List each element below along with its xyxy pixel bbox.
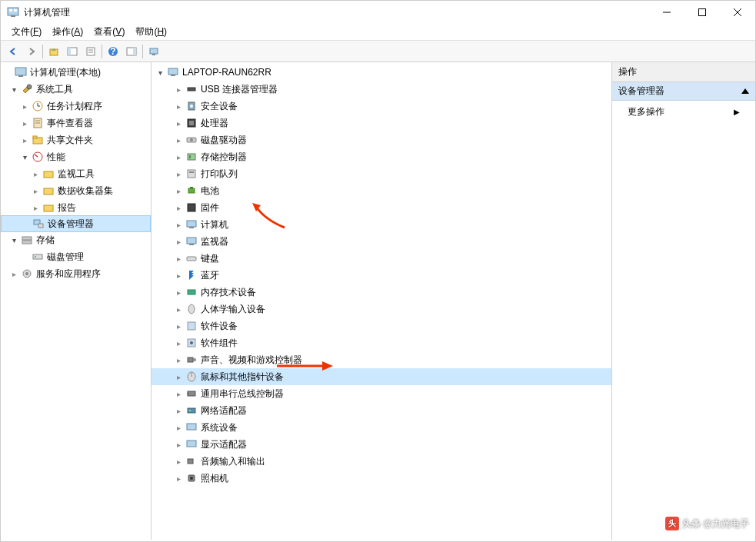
up-button[interactable] [45, 43, 63, 60]
show-hide-tree-button[interactable] [63, 43, 82, 60]
folder-icon [42, 168, 55, 180]
device-category[interactable]: 存储控制器 [152, 148, 611, 165]
expand-arrow-icon[interactable] [173, 202, 184, 213]
device-category[interactable]: 人体学输入设备 [152, 301, 611, 318]
tree-device-manager[interactable]: 设备管理器 [1, 215, 151, 232]
actions-section-title[interactable]: 设备管理器 [612, 82, 755, 101]
expand-arrow-icon[interactable] [173, 287, 184, 298]
tree-task-scheduler[interactable]: 任务计划程序 [1, 98, 151, 115]
device-category[interactable]: 蓝牙 [152, 267, 611, 284]
expand-arrow-icon[interactable] [173, 456, 184, 467]
expand-arrow-icon[interactable] [173, 168, 184, 179]
device-category[interactable]: 内存技术设备 [152, 284, 611, 301]
menu-file[interactable]: 文件(F) [7, 24, 46, 40]
device-tree-pane[interactable]: LAPTOP-RAUN62RR USB 连接器管理器 安全设备 处理器 磁盘驱动… [152, 62, 612, 540]
expand-arrow-icon[interactable] [173, 405, 184, 416]
device-icon [185, 286, 198, 298]
device-category[interactable]: 软件组件 [152, 334, 611, 351]
device-category[interactable]: 软件设备 [152, 318, 611, 334]
minimize-button[interactable] [649, 1, 684, 24]
svg-rect-20 [15, 68, 26, 75]
expand-arrow-icon[interactable] [30, 185, 41, 196]
expand-arrow-icon[interactable] [173, 151, 184, 162]
device-category[interactable]: 处理器 [152, 115, 611, 131]
tree-disk-management[interactable]: 磁盘管理 [1, 248, 151, 265]
expand-arrow-icon[interactable] [173, 236, 184, 247]
tree-monitoring-tools[interactable]: 监视工具 [1, 165, 151, 182]
tree-root-computer-management[interactable]: 计算机管理(本地) [1, 64, 151, 81]
device-root[interactable]: LAPTOP-RAUN62RR [152, 64, 611, 81]
tree-reports[interactable]: 报告 [1, 199, 151, 216]
device-category[interactable]: 电池 [152, 182, 611, 199]
tree-performance[interactable]: 性能 [1, 148, 151, 165]
expand-arrow-icon[interactable] [173, 219, 184, 230]
expand-arrow-icon[interactable] [19, 101, 30, 111]
device-category[interactable]: 网络适配器 [152, 402, 611, 419]
expand-arrow-icon[interactable] [19, 118, 30, 128]
back-button[interactable] [4, 43, 22, 60]
svg-point-22 [27, 85, 32, 89]
menu-view[interactable]: 查看(V) [89, 24, 129, 40]
expand-arrow-icon[interactable] [155, 67, 165, 78]
expand-arrow-icon[interactable] [8, 84, 19, 95]
expand-arrow-icon[interactable] [173, 439, 184, 450]
action-pane-button[interactable] [122, 43, 141, 60]
expand-arrow-icon[interactable] [173, 253, 184, 264]
tree-storage[interactable]: 存储 [1, 231, 151, 248]
expand-arrow-icon[interactable] [30, 168, 41, 179]
device-category[interactable]: 监视器 [152, 233, 611, 250]
tree-shared-folders[interactable]: 共享文件夹 [1, 131, 151, 148]
device-category[interactable]: 安全设备 [152, 98, 611, 115]
forward-button[interactable] [22, 43, 41, 60]
tree-data-collector-sets[interactable]: 数据收集器集 [1, 182, 151, 199]
device-category[interactable]: 显示适配器 [152, 436, 611, 453]
device-category[interactable]: 计算机 [152, 216, 611, 233]
expand-arrow-icon[interactable] [173, 185, 184, 196]
menu-help[interactable]: 帮助(H) [131, 24, 172, 40]
expand-arrow-icon[interactable] [19, 151, 30, 162]
more-actions[interactable]: 更多操作 ▶ [612, 101, 755, 123]
help-button[interactable]: ? [104, 43, 122, 60]
close-button[interactable] [720, 1, 755, 24]
device-category[interactable]: 键盘 [152, 250, 611, 267]
tree-event-viewer[interactable]: 事件查看器 [1, 115, 151, 131]
expand-arrow-icon[interactable] [173, 354, 184, 365]
device-category[interactable]: 固件 [152, 199, 611, 216]
maximize-button[interactable] [684, 1, 720, 24]
expand-arrow-icon[interactable] [173, 422, 184, 433]
device-category[interactable]: USB 连接器管理器 [152, 81, 611, 98]
expand-arrow-icon[interactable] [173, 371, 184, 382]
expand-arrow-icon[interactable] [30, 202, 41, 213]
submenu-arrow-icon: ▶ [734, 108, 740, 116]
expand-arrow-icon[interactable] [173, 338, 184, 348]
svg-rect-46 [188, 88, 195, 91]
tree-services-apps[interactable]: 服务和应用程序 [1, 265, 151, 282]
menu-action[interactable]: 操作(A) [48, 24, 88, 40]
expand-arrow-icon[interactable] [173, 101, 184, 111]
device-category[interactable]: 音频输入和输出 [152, 453, 611, 470]
expand-arrow-icon[interactable] [173, 304, 184, 314]
device-category[interactable]: 通用串行总线控制器 [152, 385, 611, 402]
collapse-icon[interactable] [741, 88, 749, 94]
refresh-button[interactable] [145, 43, 163, 60]
device-category[interactable]: 声音、视频和游戏控制器 [152, 351, 611, 368]
expand-arrow-icon[interactable] [173, 270, 184, 281]
expand-arrow-icon[interactable] [19, 135, 30, 145]
properties-button[interactable] [82, 43, 100, 60]
expand-arrow-icon[interactable] [173, 118, 184, 128]
device-category[interactable]: 鼠标和其他指针设备 [152, 368, 611, 385]
device-category[interactable]: 照相机 [152, 470, 611, 487]
expand-arrow-icon[interactable] [8, 234, 19, 245]
device-category[interactable]: 打印队列 [152, 165, 611, 182]
expand-arrow-icon[interactable] [173, 135, 184, 145]
expand-arrow-icon[interactable] [173, 84, 184, 95]
console-tree-pane[interactable]: 计算机管理(本地) 系统工具 任务计划程序 事件查看器 共享文件夹 性能 [1, 62, 152, 540]
expand-arrow-icon[interactable] [173, 473, 184, 484]
tree-system-tools[interactable]: 系统工具 [1, 81, 151, 98]
expand-arrow-icon[interactable] [8, 268, 19, 279]
title-bar: 计算机管理 [1, 1, 755, 24]
expand-arrow-icon[interactable] [173, 388, 184, 399]
expand-arrow-icon[interactable] [173, 321, 184, 331]
device-category[interactable]: 磁盘驱动器 [152, 131, 611, 148]
device-category[interactable]: 系统设备 [152, 419, 611, 436]
